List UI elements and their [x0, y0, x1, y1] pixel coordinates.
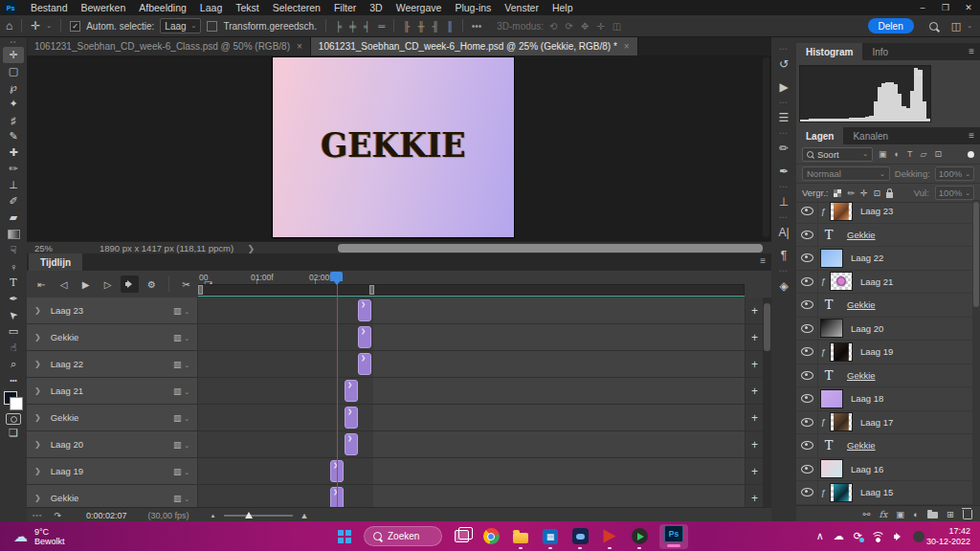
timeline-track[interactable]: ❯ — [198, 485, 745, 507]
eraser-tool[interactable]: ▰ — [3, 209, 24, 226]
path-selection-tool[interactable]: ➤ — [3, 307, 24, 323]
visibility-toggle[interactable] — [796, 271, 818, 294]
layer-row-laag-15[interactable]: ƒLaag 15 — [796, 481, 972, 505]
fill-field[interactable]: 100% ⌄ — [935, 186, 974, 200]
visibility-toggle[interactable] — [796, 434, 818, 457]
taskbar-app-store[interactable]: ▦ — [540, 525, 561, 548]
timeline-clip[interactable]: ❯ — [358, 299, 371, 321]
screen-mode-button[interactable]: ❏ — [3, 425, 24, 441]
restore-button[interactable]: ❐ — [934, 0, 957, 15]
taskbar-app-discord[interactable] — [569, 525, 590, 548]
clone-stamp-tool[interactable]: ⊥ — [3, 177, 24, 193]
object-selection-tool[interactable]: ✦ — [3, 96, 24, 112]
layer-row-laag-16[interactable]: Laag 16 — [796, 458, 972, 482]
auto-select-target-dropdown[interactable]: Laag ⌄ — [160, 18, 201, 33]
lock-pixels-icon[interactable]: ✏ — [847, 188, 855, 198]
canvas-vertical-scrollbar[interactable] — [763, 57, 769, 237]
layer-row-gekkie[interactable]: TGekkie — [796, 224, 972, 248]
work-area-end-handle[interactable] — [369, 285, 374, 295]
chevron-down-icon[interactable]: ⌄ — [46, 22, 52, 30]
lock-artboard-icon[interactable]: ⊡ — [874, 188, 881, 198]
panel-drag-handle[interactable]: •• — [11, 37, 17, 47]
background-color-swatch[interactable] — [10, 397, 23, 410]
visibility-toggle[interactable] — [796, 294, 818, 317]
timeline-row-label[interactable]: ❯Laag 22▥ ⌄ — [27, 351, 198, 377]
pen-tool[interactable]: ✒ — [3, 291, 24, 307]
timeline-track[interactable]: ❯ — [198, 298, 745, 323]
type-tool[interactable]: T — [3, 275, 24, 291]
lock-transparency-icon[interactable] — [834, 189, 841, 197]
taskbar-app-task-view[interactable] — [451, 525, 472, 548]
menu-laag[interactable]: Laag — [193, 0, 229, 15]
video-track-icon[interactable]: ▥ ⌄ — [173, 467, 189, 476]
layer-filter-dropdown[interactable]: Soort ⌄ — [802, 147, 873, 162]
tab-histogram[interactable]: Histogram — [796, 43, 862, 60]
timeline-track[interactable]: ❯ — [198, 458, 745, 484]
taskbar-search[interactable]: Zoeken — [364, 526, 442, 546]
add-media-button[interactable]: + — [745, 485, 764, 507]
add-media-button[interactable]: + — [745, 405, 764, 430]
chevron-right-icon[interactable]: ❯ — [34, 360, 41, 368]
layer-group-icon[interactable] — [927, 512, 938, 518]
tab-tijdlijn[interactable]: Tijdlijn — [29, 253, 82, 271]
taskbar-app-media-player[interactable] — [629, 525, 650, 548]
volume-icon[interactable] — [894, 532, 903, 540]
menu-help[interactable]: Help — [546, 0, 580, 15]
layer-row-laag-19[interactable]: ƒLaag 19 — [796, 341, 972, 364]
move-tool-icon[interactable]: ✛ — [31, 19, 40, 33]
more-options-icon[interactable]: ••• — [472, 21, 482, 32]
visibility-toggle[interactable] — [796, 364, 818, 387]
color-swatches[interactable] — [4, 391, 23, 410]
menu-filter[interactable]: Filter — [327, 0, 363, 15]
filter-toggle[interactable] — [968, 151, 974, 158]
add-media-button[interactable]: + — [745, 351, 764, 377]
layer-row-laag-20[interactable]: Laag 20 — [796, 318, 972, 342]
add-media-button[interactable]: + — [745, 324, 764, 350]
document-tab-2[interactable]: 1061231_Soebhan_CD_week-6_Home.psd @ 25%… — [311, 37, 638, 55]
warning-icon[interactable]: ⚠ — [915, 68, 923, 77]
document-tab-1[interactable]: 1061231_Soebhan_CD_week-6_Class.psd @ 50… — [27, 37, 311, 55]
layer-row-gekkie[interactable]: TGekkie — [796, 364, 972, 388]
layer-row-laag-23[interactable]: ƒLaag 23 — [796, 200, 972, 224]
chevron-right-icon[interactable]: ❯ — [34, 440, 41, 449]
layer-row-laag-17[interactable]: ƒLaag 17 — [796, 411, 972, 435]
paragraph-panel-icon[interactable]: ¶ — [773, 244, 794, 267]
layer-row-laag-22[interactable]: Laag 22 — [796, 247, 972, 271]
tray-app-icon[interactable] — [913, 531, 924, 542]
canvas-horizontal-scrollbar[interactable] — [338, 244, 763, 253]
menu-selecteren[interactable]: Selecteren — [266, 0, 327, 15]
menu-plug-ins[interactable]: Plug-ins — [448, 0, 498, 15]
character-panel-icon[interactable]: A| — [773, 221, 794, 244]
move-tool[interactable]: ✛ — [3, 47, 24, 63]
tab-info[interactable]: Info — [862, 43, 898, 60]
adjustments-panel-icon[interactable]: ☰ — [773, 106, 794, 129]
layer-effects-icon[interactable]: fx — [879, 509, 887, 519]
minimize-button[interactable]: – — [911, 0, 934, 15]
timeline-scrollbar[interactable] — [763, 298, 771, 507]
mute-audio-button[interactable] — [121, 276, 139, 293]
chevron-right-icon[interactable]: ❯ — [34, 494, 41, 502]
flatten-frames-icon[interactable]: ↷ — [54, 511, 61, 520]
opacity-field[interactable]: 100% ⌄ — [935, 166, 974, 181]
taskbar-app-chrome[interactable] — [480, 525, 501, 548]
delete-layer-icon[interactable] — [963, 510, 972, 519]
distribute-icon-0[interactable]: ╟ — [403, 21, 410, 32]
brush-settings-panel-icon[interactable]: ✒ — [773, 160, 794, 183]
panel-menu-icon[interactable]: ≡ — [760, 255, 766, 266]
onedrive-icon[interactable]: ☁ — [834, 530, 844, 542]
lock-position-icon[interactable]: ✛ — [860, 188, 868, 198]
show-transform-checkbox[interactable] — [207, 21, 217, 32]
chevron-right-icon[interactable]: ❯ — [34, 413, 41, 422]
distribute-icon-1[interactable]: ╫ — [417, 21, 424, 32]
layer-row-gekkie[interactable]: TGekkie — [796, 434, 972, 458]
visibility-toggle[interactable] — [796, 224, 818, 247]
filter-kind-icon-0[interactable]: ▣ — [879, 149, 887, 159]
video-track-icon[interactable]: ▥ ⌄ — [173, 440, 189, 450]
align-icon-2[interactable]: ╡ — [364, 21, 370, 32]
sync-icon[interactable]: ⟳ — [854, 530, 862, 542]
threed-panel-icon[interactable]: ◈ — [773, 275, 794, 298]
menu-weergave[interactable]: Weergave — [390, 0, 449, 15]
timeline-row-label[interactable]: ❯Gekkie▥ ⌄ — [27, 405, 198, 430]
visibility-toggle[interactable] — [796, 411, 818, 434]
taskbar-app-game[interactable] — [599, 525, 620, 548]
